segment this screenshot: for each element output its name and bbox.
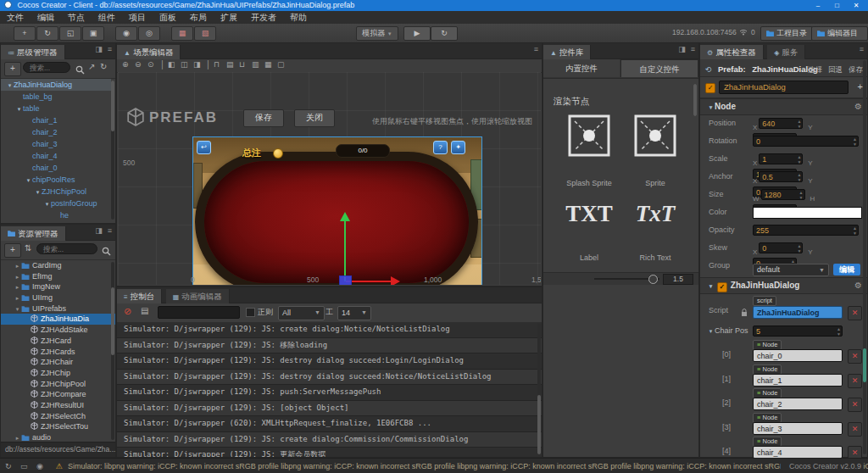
asset-item-ImgNew[interactable]: ▸ImgNew: [1, 281, 115, 292]
library-zoom-slider[interactable]: 1.5: [543, 272, 698, 285]
close-button[interactable]: 关闭: [294, 109, 335, 127]
zoom-reset-icon[interactable]: ⊙: [147, 60, 154, 69]
console-log-row[interactable]: Simulator: D/jswrapper (129): JS: create…: [117, 322, 542, 338]
tree-arrow-icon[interactable]: ▾: [15, 103, 23, 114]
prop-value-field[interactable]: 0.5▲▼: [759, 171, 803, 182]
expand-icon[interactable]: ▢: [277, 60, 285, 69]
save-button[interactable]: 保存: [243, 109, 284, 127]
menu-布局[interactable]: 布局: [183, 11, 214, 24]
panel-menu-icon[interactable]: ≡: [108, 226, 112, 235]
align-right-icon[interactable]: ◨: [193, 60, 201, 69]
menu-扩展[interactable]: 扩展: [214, 11, 244, 24]
tree-arrow-icon[interactable]: ▸: [14, 272, 21, 282]
menu-文件[interactable]: 文件: [0, 11, 31, 24]
tree-arrow-icon[interactable]: ▸: [14, 261, 21, 271]
asset-item-ZJHSelectCh[interactable]: ZJHSelectCh: [1, 411, 115, 422]
group-dropdown[interactable]: default▼: [753, 264, 829, 276]
back-button[interactable]: ↩: [197, 141, 211, 154]
zoom-out-icon[interactable]: ⊖: [135, 60, 142, 69]
play-button[interactable]: ▶: [403, 26, 431, 41]
remove-script-button[interactable]: ✕: [848, 306, 862, 320]
script-value-field[interactable]: ZhaJinHuaDialog: [753, 306, 843, 319]
console-log-row[interactable]: Simulator: D/jswrapper (129): JS: destro…: [117, 370, 542, 386]
toolbar-move-tool[interactable]: +: [14, 26, 36, 41]
color-swatch[interactable]: [753, 207, 862, 219]
tab-hierarchy[interactable]: ≔层级管理器: [1, 45, 65, 59]
menu-项目[interactable]: 项目: [122, 11, 153, 24]
tab-control-library[interactable]: ▲控件库: [543, 45, 591, 59]
menu-帮助[interactable]: 帮助: [283, 11, 314, 24]
asset-item-ZJHResultUI[interactable]: ZJHResultUI: [1, 400, 115, 411]
refresh-icon[interactable]: ↻: [100, 62, 107, 71]
slider-thumb[interactable]: [648, 275, 658, 284]
node-ref-field[interactable]: chair_1: [753, 374, 843, 387]
prefab-action-回退[interactable]: 回退: [828, 65, 843, 74]
console-log-row[interactable]: Simulator: D/jswrapper (129): JS: destro…: [117, 353, 542, 370]
node-name-field[interactable]: ZhaJinHuaDialog: [719, 81, 849, 94]
menu-节点[interactable]: 节点: [61, 11, 92, 24]
prop-value-field[interactable]: 1▲▼: [759, 153, 803, 164]
maximize-button[interactable]: □: [828, 0, 845, 11]
tree-node-chair_2[interactable]: chair_2: [1, 126, 111, 138]
remove-element-button[interactable]: ✕: [848, 422, 862, 437]
distribute-h-icon[interactable]: ▥: [252, 60, 259, 69]
eye-icon[interactable]: ◉: [36, 462, 43, 470]
gizmo-y-axis[interactable]: [344, 220, 346, 281]
font-size-dropdown[interactable]: 14▼: [337, 306, 371, 320]
tree-arrow-icon[interactable]: ▾: [43, 198, 51, 209]
asset-item-ZJHAddStake[interactable]: ZJHAddStake: [1, 325, 115, 336]
prop-value-field[interactable]: 640▲▼: [759, 118, 803, 129]
align-center-icon[interactable]: ◫: [181, 60, 188, 69]
console-log-row[interactable]: Simulator: D/jswrapper (129): JS: 更新会员数据: [117, 448, 542, 457]
asset-item-UIImg[interactable]: ▸UIImg: [1, 292, 115, 303]
tab-console[interactable]: ≡控制台: [117, 289, 162, 303]
asset-item-ZJHChip[interactable]: ZJHChip: [1, 368, 115, 379]
device-select[interactable]: 模拟器 ▼: [356, 26, 398, 41]
asset-item-ZJHCompare[interactable]: ZJHCompare: [1, 389, 115, 400]
panel-menu-icon[interactable]: ≡: [691, 45, 695, 53]
export-log-button[interactable]: ▤: [141, 306, 148, 315]
component-section-header[interactable]: ▾ ✓ZhaJinHuaDialog ⚙: [700, 277, 867, 294]
trash-icon[interactable]: ▭: [20, 462, 28, 470]
toolbar-rotate-tool[interactable]: ↻: [36, 26, 58, 41]
library-item-sprite[interactable]: Sprite: [625, 114, 686, 187]
menu-面板[interactable]: 面板: [153, 11, 183, 24]
remove-element-button[interactable]: ✕: [848, 374, 862, 388]
dock-icon[interactable]: ◨: [95, 226, 103, 235]
prop-value-field[interactable]: 0▲▼: [753, 136, 859, 147]
group-edit-button[interactable]: 编辑: [833, 264, 860, 275]
asset-item-ZhaJinHuaDia[interactable]: ZhaJinHuaDia: [1, 314, 115, 325]
dock-icon[interactable]: ◨: [678, 45, 686, 53]
tree-node-table_bg[interactable]: table_bg: [1, 91, 111, 103]
hierarchy-search-input[interactable]: 搜索...: [23, 62, 70, 73]
gizmo-x-arrowhead[interactable]: [391, 276, 400, 285]
tree-node-he[interactable]: he: [1, 209, 111, 221]
node-ref-field[interactable]: chair_0: [753, 349, 843, 362]
tree-arrow-icon[interactable]: ▾: [34, 186, 42, 198]
gizmo-y-arrowhead[interactable]: [340, 212, 350, 221]
tree-arrow-icon[interactable]: ▾: [6, 80, 14, 91]
dock-icon[interactable]: ◨: [95, 45, 103, 53]
tree-node-ZJHChipPool[interactable]: ▾ZJHChipPool: [1, 186, 111, 198]
search-icon[interactable]: [102, 244, 111, 259]
zoom-in-icon[interactable]: ⊕: [122, 60, 129, 69]
chair-pos-count-field[interactable]: 5▲▼: [753, 326, 843, 337]
tab-scene-editor[interactable]: ▲场景编辑器: [117, 45, 181, 59]
tree-node-table[interactable]: ▾table: [1, 103, 111, 114]
tree-arrow-icon[interactable]: ▸: [14, 282, 21, 292]
refresh-button[interactable]: ↻: [431, 26, 458, 41]
gear-icon[interactable]: ⚙: [854, 99, 862, 114]
console-log-row[interactable]: Simulator: D/jswrapper (129): JS: [objec…: [117, 401, 542, 417]
node-ref-field[interactable]: chair_2: [753, 398, 843, 410]
gear-icon[interactable]: ⚙: [854, 278, 862, 293]
console-log-row[interactable]: Simulator: D/jswrapper (129): JS: push:S…: [117, 385, 542, 401]
toolbar-pivot-toggle[interactable]: ◉: [115, 26, 137, 41]
tree-arrow-icon[interactable]: ▾: [14, 304, 21, 314]
distribute-v-icon[interactable]: ▦: [264, 60, 272, 69]
scene-viewport[interactable]: PREFAB 保存 关闭 使用鼠标右键平移视图焦点，使用滚轮缩放视图 0/0 总…: [118, 72, 541, 285]
prop-value-field[interactable]: 1280▲▼: [761, 189, 805, 200]
tree-arrow-icon[interactable]: ▸: [14, 293, 21, 303]
tree-arrow-icon[interactable]: ▾: [25, 175, 32, 186]
remove-element-button[interactable]: ✕: [848, 398, 862, 412]
panel-menu-icon[interactable]: ≡: [534, 45, 538, 53]
